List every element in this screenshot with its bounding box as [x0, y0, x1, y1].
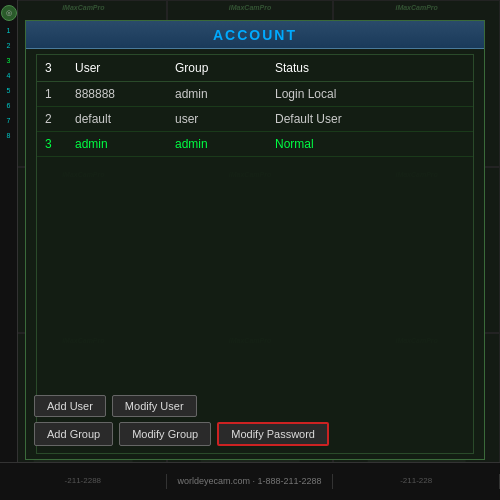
- cell-user-3: admin: [67, 135, 167, 153]
- cell-group-1: admin: [167, 85, 267, 103]
- table-empty-area: [37, 157, 473, 377]
- table-row-selected[interactable]: 3 admin admin Normal: [37, 132, 473, 157]
- ch-label-3: 3: [7, 57, 11, 64]
- button-row-2: Add Group Modify Group Modify Password: [34, 422, 476, 446]
- ch-label-8: 8: [7, 132, 11, 139]
- modify-password-button[interactable]: Modify Password: [217, 422, 329, 446]
- status-seg-right: -211-228: [333, 474, 500, 488]
- header-num: 3: [37, 59, 67, 77]
- cell-num-2: 2: [37, 110, 67, 128]
- account-table: 3 User Group Status 1 888888 admin Login…: [36, 54, 474, 454]
- table-header: 3 User Group Status: [37, 55, 473, 82]
- ch-label-6: 6: [7, 102, 11, 109]
- status-seg-center: worldeyecam.com · 1-888-211-2288: [167, 474, 334, 490]
- cell-num-1: 1: [37, 85, 67, 103]
- sidebar-icon: ◎: [1, 5, 17, 21]
- modify-group-button[interactable]: Modify Group: [119, 422, 211, 446]
- add-user-button[interactable]: Add User: [34, 395, 106, 417]
- dialog-box: ACCOUNT 3 User Group Status: [25, 20, 485, 460]
- ch-label-1: 1: [7, 27, 11, 34]
- main-wrapper: iMaxCamPro iMaxCamPro iMaxCamPro iMaxCam…: [0, 0, 500, 500]
- ch-label-2: 2: [7, 42, 11, 49]
- dialog-content: 3 User Group Status 1 888888 admin Login…: [26, 49, 484, 459]
- dialog-title: ACCOUNT: [213, 27, 297, 43]
- dialog-buttons: Add User Modify User Add Group Modify Gr…: [34, 395, 476, 451]
- cell-num-3: 3: [37, 135, 67, 153]
- cell-status-2: Default User: [267, 110, 473, 128]
- cell-status-1: Login Local: [267, 85, 473, 103]
- cell-user-1: 888888: [67, 85, 167, 103]
- dialog-titlebar: ACCOUNT: [26, 21, 484, 49]
- button-row-1: Add User Modify User: [34, 395, 476, 417]
- cell-status-3: Normal: [267, 135, 473, 153]
- sidebar: ◎ 1 2 3 4 5 6 7 8: [0, 0, 18, 500]
- cell-group-3: admin: [167, 135, 267, 153]
- header-user: User: [67, 59, 167, 77]
- status-bar: -211-2288 worldeyecam.com · 1-888-211-22…: [0, 462, 500, 500]
- ch-label-4: 4: [7, 72, 11, 79]
- account-dialog: ACCOUNT 3 User Group Status: [25, 20, 500, 460]
- add-group-button[interactable]: Add Group: [34, 422, 113, 446]
- table-row[interactable]: 2 default user Default User: [37, 107, 473, 132]
- header-group: Group: [167, 59, 267, 77]
- table-row[interactable]: 1 888888 admin Login Local: [37, 82, 473, 107]
- header-status: Status: [267, 59, 473, 77]
- modify-user-button[interactable]: Modify User: [112, 395, 197, 417]
- cell-user-2: default: [67, 110, 167, 128]
- cell-group-2: user: [167, 110, 267, 128]
- ch-label-7: 7: [7, 117, 11, 124]
- ch-label-5: 5: [7, 87, 11, 94]
- status-seg-left: -211-2288: [0, 474, 167, 488]
